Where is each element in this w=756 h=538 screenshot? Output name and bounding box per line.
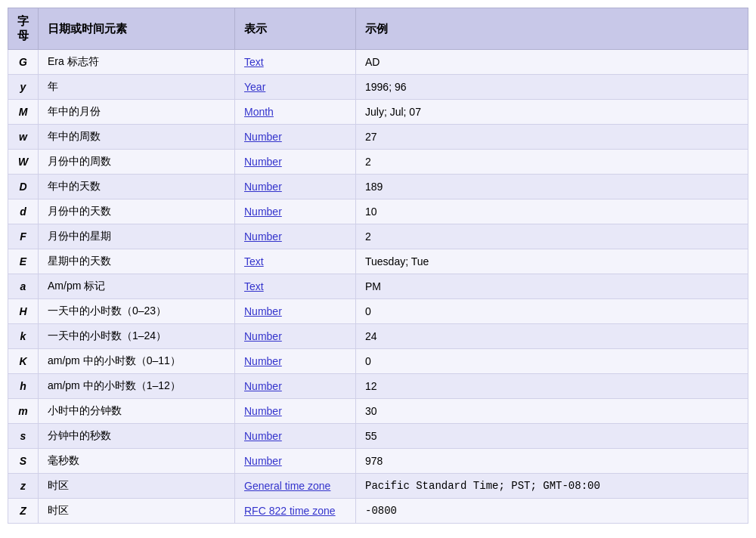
cell-example: Pacific Standard Time; PST; GMT-08:00	[356, 474, 748, 499]
representation-link[interactable]: Number	[244, 131, 282, 143]
table-row: H一天中的小时数（0–23）Number0	[8, 299, 748, 324]
cell-example: 27	[356, 125, 748, 150]
cell-letter: w	[8, 125, 39, 150]
cell-representation[interactable]: Number	[235, 399, 356, 424]
representation-link[interactable]: Text	[244, 56, 264, 68]
cell-representation[interactable]: General time zone	[235, 474, 356, 499]
cell-example: 0	[356, 349, 748, 374]
representation-link[interactable]: RFC 822 time zone	[244, 505, 336, 517]
cell-letter: d	[8, 199, 39, 224]
cell-description: 年中的月份	[39, 100, 235, 125]
table-row: k一天中的小时数（1–24）Number24	[8, 324, 748, 349]
table-row: m小时中的分钟数Number30	[8, 399, 748, 424]
cell-letter: h	[8, 374, 39, 399]
representation-link[interactable]: Number	[244, 355, 282, 367]
table-header-row: 字母 日期或时间元素 表示 示例	[8, 8, 748, 50]
cell-example: 978	[356, 449, 748, 474]
cell-representation[interactable]: Year	[235, 75, 356, 100]
cell-letter: M	[8, 100, 39, 125]
table-row: aAm/pm 标记TextPM	[8, 274, 748, 299]
table-row: d月份中的天数Number10	[8, 199, 748, 224]
cell-letter: K	[8, 349, 39, 374]
cell-example: AD	[356, 50, 748, 75]
cell-description: 年	[39, 75, 235, 100]
header-example: 示例	[356, 8, 748, 50]
representation-link[interactable]: Number	[244, 430, 282, 442]
cell-description: am/pm 中的小时数（1–12）	[39, 374, 235, 399]
table-row: S毫秒数Number978	[8, 449, 748, 474]
cell-example: Tuesday; Tue	[356, 249, 748, 274]
cell-representation[interactable]: Number	[235, 374, 356, 399]
table-row: M年中的月份MonthJuly; Jul; 07	[8, 100, 748, 125]
representation-link[interactable]: General time zone	[244, 480, 330, 492]
representation-link[interactable]: Text	[244, 280, 264, 292]
cell-example: 189	[356, 175, 748, 199]
cell-letter: m	[8, 399, 39, 424]
table-row: w年中的周数Number27	[8, 125, 748, 150]
cell-example: 30	[356, 399, 748, 424]
cell-representation[interactable]: Number	[235, 125, 356, 150]
cell-description: Am/pm 标记	[39, 274, 235, 299]
table-row: s分钟中的秒数Number55	[8, 424, 748, 449]
cell-letter: Z	[8, 499, 39, 524]
representation-link[interactable]: Number	[244, 330, 282, 342]
table-row: Kam/pm 中的小时数（0–11）Number0	[8, 349, 748, 374]
representation-link[interactable]: Text	[244, 255, 264, 267]
cell-description: 毫秒数	[39, 449, 235, 474]
cell-example: 0	[356, 299, 748, 324]
representation-link[interactable]: Number	[244, 181, 282, 193]
cell-description: 一天中的小时数（1–24）	[39, 324, 235, 349]
cell-representation[interactable]: Text	[235, 50, 356, 75]
cell-representation[interactable]: Number	[235, 324, 356, 349]
cell-representation[interactable]: Number	[235, 150, 356, 175]
cell-letter: a	[8, 274, 39, 299]
cell-representation[interactable]: Number	[235, 175, 356, 199]
cell-description: 月份中的天数	[39, 199, 235, 224]
representation-link[interactable]: Number	[244, 405, 282, 417]
cell-example: 2	[356, 224, 748, 249]
header-representation: 表示	[235, 8, 356, 50]
header-letter: 字母	[8, 8, 39, 50]
cell-representation[interactable]: Number	[235, 424, 356, 449]
cell-description: 一天中的小时数（0–23）	[39, 299, 235, 324]
cell-description: 时区	[39, 499, 235, 524]
cell-representation[interactable]: Number	[235, 199, 356, 224]
representation-link[interactable]: Month	[244, 106, 274, 118]
representation-link[interactable]: Number	[244, 230, 282, 243]
cell-representation[interactable]: Number	[235, 224, 356, 249]
representation-link[interactable]: Number	[244, 156, 282, 168]
cell-representation[interactable]: Text	[235, 249, 356, 274]
cell-letter: S	[8, 449, 39, 474]
representation-link[interactable]: Year	[244, 81, 265, 93]
representation-link[interactable]: Number	[244, 305, 282, 317]
representation-link[interactable]: Number	[244, 455, 282, 467]
cell-example: 10	[356, 199, 748, 224]
cell-example: 1996; 96	[356, 75, 748, 100]
cell-example: 55	[356, 424, 748, 449]
cell-description: 年中的天数	[39, 175, 235, 199]
cell-description: 月份中的星期	[39, 224, 235, 249]
representation-link[interactable]: Number	[244, 206, 282, 218]
cell-letter: E	[8, 249, 39, 274]
cell-letter: H	[8, 299, 39, 324]
cell-representation[interactable]: Number	[235, 449, 356, 474]
table-row: GEra 标志符TextAD	[8, 50, 748, 75]
cell-description: 小时中的分钟数	[39, 399, 235, 424]
cell-letter: z	[8, 474, 39, 499]
cell-representation[interactable]: Number	[235, 349, 356, 374]
cell-example: July; Jul; 07	[356, 100, 748, 125]
cell-example: PM	[356, 274, 748, 299]
cell-example: 2	[356, 150, 748, 175]
cell-representation[interactable]: Month	[235, 100, 356, 125]
table-row: D年中的天数Number189	[8, 175, 748, 199]
table-row: F月份中的星期Number2	[8, 224, 748, 249]
table-row: W月份中的周数Number2	[8, 150, 748, 175]
cell-representation[interactable]: Text	[235, 274, 356, 299]
cell-representation[interactable]: RFC 822 time zone	[235, 499, 356, 524]
cell-description: 时区	[39, 474, 235, 499]
representation-link[interactable]: Number	[244, 380, 282, 392]
datetime-table: 字母 日期或时间元素 表示 示例 GEra 标志符TextADy年Year199…	[8, 8, 748, 524]
cell-representation[interactable]: Number	[235, 299, 356, 324]
table-row: y年Year1996; 96	[8, 75, 748, 100]
cell-letter: G	[8, 50, 39, 75]
